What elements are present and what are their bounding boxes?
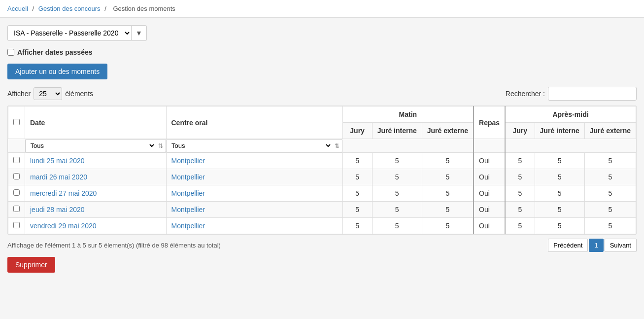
filter-empty-check [8,139,25,153]
row-centre-1: Montpellier [166,169,342,185]
row-checkbox-4[interactable] [13,222,20,228]
row-date-1: mardi 26 mai 2020 [25,169,167,185]
pagination-prev[interactable]: Précédent [548,239,588,252]
row-jury-m-1: 5 [342,169,372,185]
th-jure-interne-m: Juré interne [372,123,422,139]
row-checkbox-1[interactable] [13,173,20,179]
row-repas-3: Oui [474,202,505,218]
row-repas-4: Oui [474,218,505,234]
row-repas-0: Oui [474,153,505,169]
search-label: Rechercher : [506,90,545,98]
filter-date-cell[interactable]: Tous ⇅ [25,139,167,153]
row-jure-externe-m-3: 5 [422,202,474,218]
row-jure-externe-am-1: 5 [584,169,636,185]
row-checkbox-3[interactable] [13,206,20,212]
row-checkbox-cell-3[interactable] [8,202,25,218]
row-jury-am-0: 5 [505,153,535,169]
row-jure-interne-m-3: 5 [372,202,422,218]
filter-centre-cell[interactable]: Tous ⇅ [166,139,342,153]
breadcrumb-sep1: / [33,5,34,12]
row-centre-2: Montpellier [166,185,342,202]
row-jury-m-3: 5 [342,202,372,218]
filter-centre-select[interactable]: Tous [167,140,332,152]
row-jure-externe-m-4: 5 [422,218,474,234]
entries-select[interactable]: 25 10 50 100 [34,87,62,100]
row-checkbox-cell-0[interactable] [8,153,25,169]
breadcrumb-accueil[interactable]: Accueil [7,5,28,12]
filter-jury-m [342,139,372,153]
table-row: lundi 25 mai 2020 Montpellier 5 5 5 Oui … [8,153,636,169]
row-jure-interne-am-2: 5 [535,185,584,202]
row-jure-interne-m-0: 5 [372,153,422,169]
table-row: mardi 26 mai 2020 Montpellier 5 5 5 Oui … [8,169,636,185]
breadcrumb-gestion-concours[interactable]: Gestion des concours [38,5,101,12]
afficher-dates-passees-label[interactable]: Afficher dates passées [7,48,637,56]
pagination: Précédent 1 Suivant [548,239,637,252]
show-entries: Afficher 25 10 50 100 éléments [7,87,93,100]
row-date-4: vendredi 29 mai 2020 [25,218,167,234]
select-all-checkbox[interactable] [13,119,20,125]
row-jure-interne-m-2: 5 [372,185,422,202]
th-matin-group: Matin [342,106,474,123]
th-repas: Repas [474,106,505,139]
row-jure-externe-m-2: 5 [422,185,474,202]
row-date-0: lundi 25 mai 2020 [25,153,167,169]
filter-date-sort-icon[interactable]: ⇅ [156,141,166,151]
afficher-dates-passees-checkbox[interactable] [7,49,14,56]
row-date-2: mercredi 27 mai 2020 [25,185,167,202]
row-centre-4: Montpellier [166,218,342,234]
pagination-next[interactable]: Suivant [605,239,637,252]
th-jury-am: Jury [505,123,535,139]
add-moments-button[interactable]: Ajouter un ou des moments [7,64,107,79]
table-row: jeudi 28 mai 2020 Montpellier 5 5 5 Oui … [8,202,636,218]
row-repas-2: Oui [474,185,505,202]
table-row: mercredi 27 mai 2020 Montpellier 5 5 5 O… [8,185,636,202]
concours-select-wrapper[interactable]: ISA - Passerelle - Passerelle 2020 ▼ [7,25,147,41]
row-date-link-2[interactable]: mercredi 27 mai 2020 [30,189,97,197]
pagination-row: Affichage de l'élément 1 à 5 sur 5 éleme… [7,239,637,252]
show-label: Afficher [7,90,31,98]
row-date-link-4[interactable]: vendredi 29 mai 2020 [30,222,97,230]
concours-select-arrow-icon: ▼ [131,26,146,40]
table-controls: Afficher 25 10 50 100 éléments Recherche… [7,87,637,101]
row-date-link-3[interactable]: jeudi 28 mai 2020 [30,206,85,213]
breadcrumb-sep2: / [104,5,106,12]
concours-select[interactable]: ISA - Passerelle - Passerelle 2020 [8,26,131,40]
row-checkbox-cell-4[interactable] [8,218,25,234]
row-checkbox-cell-1[interactable] [8,169,25,185]
row-date-link-0[interactable]: lundi 25 mai 2020 [30,157,85,165]
row-centre-3: Montpellier [166,202,342,218]
pagination-page-1[interactable]: 1 [589,239,603,252]
filter-jure-interne-m [372,139,422,153]
row-checkbox-2[interactable] [13,189,20,196]
row-jury-am-3: 5 [505,202,535,218]
data-table: Date Centre oral Matin Repas Après-midi … [8,106,636,234]
row-date-3: jeudi 28 mai 2020 [25,202,167,218]
search-input[interactable] [548,87,637,101]
row-jury-am-1: 5 [505,169,535,185]
row-centre-link-2[interactable]: Montpellier [171,189,205,197]
filter-centre-sort-icon[interactable]: ⇅ [332,141,342,151]
breadcrumb-gestion-moments: Gestion des moments [113,5,175,12]
filter-date-select[interactable]: Tous [26,140,156,152]
filter-jure-externe-m [422,139,474,153]
row-centre-link-4[interactable]: Montpellier [171,222,205,230]
th-jury-m: Jury [342,123,372,139]
row-jury-m-2: 5 [342,185,372,202]
row-checkbox-0[interactable] [13,157,20,163]
afficher-dates-passees-text: Afficher dates passées [17,48,93,56]
row-jury-m-0: 5 [342,153,372,169]
row-jury-am-2: 5 [505,185,535,202]
row-centre-link-3[interactable]: Montpellier [171,206,205,213]
row-centre-link-0[interactable]: Montpellier [171,157,205,165]
th-jure-externe-am: Juré externe [584,123,636,139]
delete-button[interactable]: Supprimer [7,257,55,273]
breadcrumb: Accueil / Gestion des concours / Gestion… [0,0,644,18]
row-jury-am-4: 5 [505,218,535,234]
row-checkbox-cell-2[interactable] [8,185,25,202]
row-centre-link-1[interactable]: Montpellier [171,173,205,181]
row-jure-externe-m-1: 5 [422,169,474,185]
row-jure-interne-m-1: 5 [372,169,422,185]
row-jure-interne-am-1: 5 [535,169,584,185]
row-date-link-1[interactable]: mardi 26 mai 2020 [30,173,87,181]
